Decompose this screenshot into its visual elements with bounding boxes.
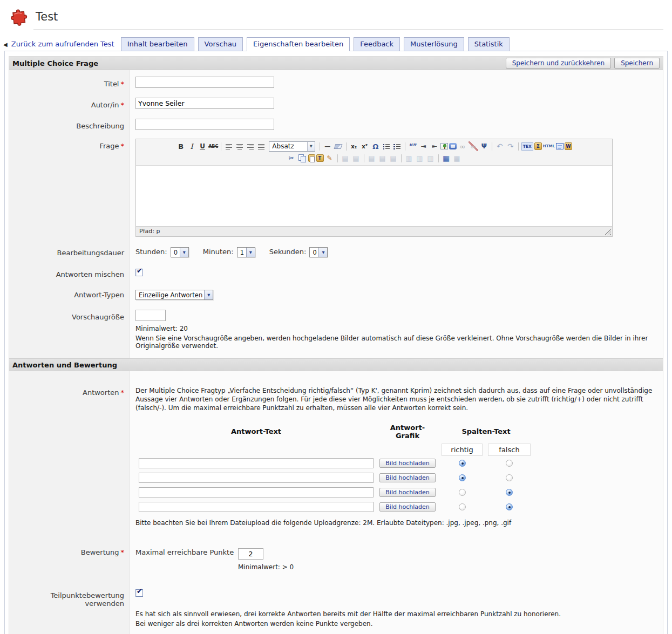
separator [492, 142, 492, 151]
col-header-richtig: richtig [442, 444, 483, 456]
insert-table-icon[interactable]: ▦ [442, 153, 451, 163]
rich-text-editor: BIUABC Absatz ▼ —x₂x²Ω“”⇥⇤∞∞Ψ↶↷TEXΣHTMLW [135, 139, 613, 237]
edit-html-icon[interactable]: ✎ [325, 153, 335, 163]
link-icon: ∞ [458, 141, 467, 151]
table-row-properties-icon: ▤ [341, 153, 350, 163]
paste-latex-icon[interactable]: Σ [534, 142, 542, 150]
stunden-select[interactable]: 0▼ [171, 247, 189, 257]
resize-handle[interactable] [605, 229, 611, 235]
remove-format-icon[interactable] [334, 141, 343, 151]
col-header-antwort-text: Antwort-Text [139, 427, 374, 435]
radio-richtig[interactable] [459, 503, 466, 510]
italic-icon[interactable]: I [187, 141, 196, 151]
blockquote-icon[interactable]: “” [408, 141, 418, 151]
insert-column-before-icon: ▥ [404, 153, 414, 163]
dropdown-arrow-icon: ▼ [180, 248, 188, 257]
question-form: Multiple Choice Frage Speichern und zurü… [9, 56, 663, 634]
insert-media-icon[interactable] [449, 143, 457, 149]
copy-icon[interactable] [297, 153, 307, 163]
max-points-input[interactable] [238, 548, 263, 560]
radio-richtig[interactable] [459, 474, 466, 481]
tab-inhalt-bearbeiten[interactable]: Inhalt bearbeiten [121, 37, 194, 51]
row-bearbeitungsdauer: Bearbeitungsdauer Stunden:0▼ Minuten:1▼ … [9, 241, 663, 262]
strikethrough-icon[interactable]: ABC [208, 141, 218, 151]
answer-text-input[interactable] [139, 502, 374, 512]
align-right-icon[interactable] [246, 141, 255, 151]
save-and-return-button[interactable]: Speichern und zurückkehren [506, 58, 611, 69]
ordered-list-icon[interactable] [392, 141, 402, 151]
radio-falsch[interactable] [506, 489, 513, 496]
horizontal-rule-icon[interactable]: — [323, 141, 332, 151]
autor-label: Autor/in [91, 101, 119, 109]
beschreibung-input[interactable] [135, 119, 274, 130]
separator [401, 154, 402, 162]
editor-content-area[interactable] [136, 166, 612, 226]
special-character-icon[interactable]: Ω [371, 141, 381, 151]
separator [518, 142, 519, 151]
upload-image-button[interactable]: Bild hochladen [379, 488, 436, 497]
paste-word-icon[interactable]: W [565, 142, 572, 150]
paste-icon[interactable] [308, 154, 315, 162]
anchor-icon[interactable]: Ψ [479, 141, 489, 151]
row-beschreibung: Beschreibung [9, 113, 663, 134]
answer-text-input[interactable] [139, 458, 374, 468]
radio-falsch[interactable] [506, 460, 513, 467]
vorschau-minimalwert: Minimalwert: 20 [135, 325, 657, 332]
radio-richtig[interactable] [459, 489, 466, 496]
html-source-icon[interactable]: HTML [543, 141, 555, 151]
separator [438, 154, 439, 162]
superscript-icon[interactable]: x² [360, 141, 370, 151]
radio-falsch[interactable] [506, 503, 513, 510]
radio-falsch[interactable] [506, 474, 513, 481]
minuten-select[interactable]: 1▼ [237, 247, 255, 257]
align-center-icon[interactable] [235, 141, 245, 151]
redo-icon[interactable]: ↷ [506, 141, 515, 151]
subscript-icon[interactable]: x₂ [349, 141, 359, 151]
back-link-label: Zurück zum aufrufenden Test [11, 40, 114, 48]
row-bewertung: Bewertung* Maximal erreichbare Punkte Mi… [9, 536, 663, 578]
minuten-label: Minuten: [203, 248, 234, 256]
indent-icon[interactable]: ⇥ [419, 141, 429, 151]
dauer-label: Bearbeitungsdauer [57, 249, 125, 257]
cut-icon[interactable]: ✂ [287, 153, 296, 163]
tab-musterloesung[interactable]: Musterlösung [404, 37, 464, 51]
tab-eigenschaften-bearbeiten[interactable]: Eigenschaften bearbeiten [247, 37, 350, 51]
insert-image-icon[interactable] [440, 143, 448, 149]
bold-icon[interactable]: B [176, 141, 186, 151]
vorschau-label: Vorschaugröße [72, 313, 124, 321]
preview-icon[interactable] [556, 143, 564, 149]
mischen-label: Antworten mischen [56, 270, 124, 278]
row-vorschaugroesse: Vorschaugröße Minimalwert: 20 Wenn Sie e… [9, 304, 663, 358]
tab-statistik[interactable]: Statistik [468, 37, 510, 51]
upload-image-button[interactable]: Bild hochladen [379, 502, 436, 512]
unordered-list-icon[interactable] [382, 141, 391, 151]
answer-text-input[interactable] [139, 473, 374, 483]
align-justify-icon[interactable] [256, 141, 266, 151]
tab-vorschau[interactable]: Vorschau [198, 37, 243, 51]
paragraph-format-select[interactable]: Absatz ▼ [269, 141, 315, 152]
save-button[interactable]: Speichern [614, 58, 660, 69]
answer-text-input[interactable] [139, 487, 374, 497]
upload-image-button[interactable]: Bild hochladen [379, 473, 436, 482]
undo-icon[interactable]: ↶ [495, 141, 505, 151]
back-link[interactable]: ◀ Zurück zum aufrufenden Test [3, 40, 114, 48]
upload-image-button[interactable]: Bild hochladen [379, 459, 436, 468]
teilpunkte-checkbox[interactable]: ✔ [135, 589, 143, 597]
paste-as-text-icon[interactable]: T [316, 154, 324, 162]
format-select-value: Absatz [269, 142, 307, 150]
vorschaugroesse-input[interactable] [135, 310, 166, 321]
dropdown-arrow-icon: ▼ [307, 142, 315, 151]
outdent-icon[interactable]: ⇤ [430, 141, 439, 151]
antworten-mischen-checkbox[interactable]: ✔ [135, 269, 143, 276]
antwort-typen-select[interactable]: Einzeilige Antworten ▼ [135, 290, 213, 300]
latex-icon[interactable]: TEX [521, 142, 533, 151]
autor-input[interactable] [135, 98, 274, 109]
required-mark: * [121, 142, 125, 150]
tab-feedback[interactable]: Feedback [354, 37, 400, 51]
radio-richtig[interactable] [459, 460, 466, 467]
underline-icon[interactable]: U [198, 141, 207, 151]
titel-input[interactable] [135, 77, 274, 88]
tab-bar: ◀ Zurück zum aufrufenden Test Inhalt bea… [3, 37, 672, 51]
align-left-icon[interactable] [224, 141, 234, 151]
sekunden-select[interactable]: 0▼ [309, 247, 328, 257]
